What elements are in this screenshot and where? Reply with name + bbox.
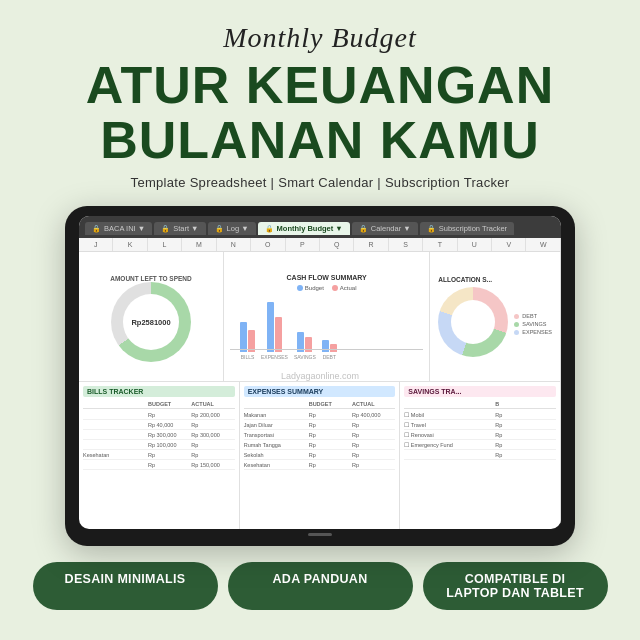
bar-label-debt: DEBT bbox=[323, 354, 336, 360]
legend-actual: Actual bbox=[332, 285, 357, 291]
bills-tracker-panel: BILLS TRACKER BUDGET ACTUAL Rp Rp 200,00… bbox=[79, 382, 240, 529]
badge-desain[interactable]: DESAIN MINIMALIS bbox=[33, 562, 218, 610]
bar-expenses-actual bbox=[275, 317, 282, 352]
alloc-dot-expenses bbox=[514, 330, 519, 335]
savings-table: B ☐ Mobil Rp ☐ Travel Rp ☐ Ren bbox=[404, 400, 556, 460]
bottom-panels: BILLS TRACKER BUDGET ACTUAL Rp Rp 200,00… bbox=[79, 382, 561, 529]
amount-donut: Rp2581000 bbox=[111, 282, 191, 362]
legend-actual-dot bbox=[332, 285, 338, 291]
bills-tracker-title: BILLS TRACKER bbox=[83, 386, 235, 397]
sav-row-5: Rp bbox=[404, 450, 556, 460]
alloc-row-savings: SAVINGS bbox=[514, 321, 552, 327]
watermark: Ladyagaonline.com bbox=[281, 371, 359, 381]
subtitle: Template Spreadsheet | Smart Calendar | … bbox=[131, 175, 510, 190]
cashflow-legend: Budget Actual bbox=[297, 285, 357, 291]
savings-title: SAVINGS TRA... bbox=[404, 386, 556, 397]
legend-budget: Budget bbox=[297, 285, 324, 291]
bills-row-4: Rp 100,000 Rp bbox=[83, 440, 235, 450]
bar-label-bills: BILLS bbox=[241, 354, 255, 360]
exp-row-2: Jajan Diluar Rp Rp bbox=[244, 420, 396, 430]
allocation-panel: ALLOCATION S... DEBT bbox=[430, 252, 561, 381]
alloc-row-expenses: EXPENSES bbox=[514, 329, 552, 335]
amount-label: AMOUNT LEFT TO SPEND bbox=[110, 275, 192, 282]
bar-group-expenses: EXPENSES bbox=[261, 302, 288, 360]
sav-row-3: ☐ Renovasi Rp bbox=[404, 430, 556, 440]
alloc-row-debt: DEBT bbox=[514, 313, 552, 319]
amount-panel: AMOUNT LEFT TO SPEND Rp2581000 bbox=[79, 252, 224, 381]
bills-row-5: Kesehatan Rp Rp bbox=[83, 450, 235, 460]
allocation-title: ALLOCATION S... bbox=[438, 276, 492, 283]
bills-row-2: Rp 40,000 Rp bbox=[83, 420, 235, 430]
col-headers: J K L M N O P Q R S T U V W bbox=[79, 238, 561, 252]
tab-log[interactable]: 🔒Log ▼ bbox=[208, 222, 256, 235]
bar-label-expenses: EXPENSES bbox=[261, 354, 288, 360]
tab-start[interactable]: 🔒Start ▼ bbox=[154, 222, 205, 235]
exp-row-6: Kesehatan Rp Rp bbox=[244, 460, 396, 470]
exp-row-1: Makanan Rp Rp 400,000 bbox=[244, 410, 396, 420]
bar-expenses-budget bbox=[267, 302, 274, 352]
expenses-thead: BUDGET ACTUAL bbox=[244, 400, 396, 409]
tablet-screen: 🔒BACA INI ▼ 🔒Start ▼ 🔒Log ▼ 🔒Monthly Bud… bbox=[79, 216, 561, 529]
amount-value: Rp2581000 bbox=[131, 318, 170, 327]
exp-row-3: Transportasi Rp Rp bbox=[244, 430, 396, 440]
exp-row-5: Sekolah Rp Rp bbox=[244, 450, 396, 460]
expenses-table: BUDGET ACTUAL Makanan Rp Rp 400,000 Jaja… bbox=[244, 400, 396, 470]
sav-row-4: ☐ Emergency Fund Rp bbox=[404, 440, 556, 450]
legend-budget-dot bbox=[297, 285, 303, 291]
bills-row-1: Rp Rp 200,000 bbox=[83, 410, 235, 420]
cashflow-panel: CASH FLOW SUMMARY Budget Actual bbox=[224, 252, 430, 381]
bar-group-savings: SAVINGS bbox=[294, 332, 316, 360]
top-panels: AMOUNT LEFT TO SPEND Rp2581000 CASH FLOW… bbox=[79, 252, 561, 382]
alloc-dot-savings bbox=[514, 322, 519, 327]
bar-group-debt: DEBT bbox=[322, 340, 337, 360]
bills-table: BUDGET ACTUAL Rp Rp 200,000 Rp 40,000 bbox=[83, 400, 235, 470]
spreadsheet-tabs: 🔒BACA INI ▼ 🔒Start ▼ 🔒Log ▼ 🔒Monthly Bud… bbox=[79, 216, 561, 238]
expenses-title: EXPENSES SUMMARY bbox=[244, 386, 396, 397]
bills-row-3: Rp 300,000 Rp 300,000 bbox=[83, 430, 235, 440]
tablet-device: 🔒BACA INI ▼ 🔒Start ▼ 🔒Log ▼ 🔒Monthly Bud… bbox=[65, 206, 575, 546]
bar-debt-actual bbox=[330, 344, 337, 352]
bar-debt-budget bbox=[322, 340, 329, 352]
bar-group-bills: BILLS bbox=[240, 322, 255, 360]
alloc-donut-inner bbox=[451, 300, 495, 344]
bills-row-6: Rp Rp 150,000 bbox=[83, 460, 235, 470]
sav-row-1: ☐ Mobil Rp bbox=[404, 410, 556, 420]
bills-thead: BUDGET ACTUAL bbox=[83, 400, 235, 409]
spreadsheet-content: AMOUNT LEFT TO SPEND Rp2581000 CASH FLOW… bbox=[79, 252, 561, 529]
bar-label-savings: SAVINGS bbox=[294, 354, 316, 360]
cashflow-title: CASH FLOW SUMMARY bbox=[287, 274, 367, 281]
savings-thead: B bbox=[404, 400, 556, 409]
bar-chart: BILLS EXPENSES bbox=[230, 295, 423, 360]
badge-compatible[interactable]: COMPATIBLE DI LAPTOP DAN TABLET bbox=[423, 562, 608, 610]
tab-subscription[interactable]: 🔒Subscription Tracker bbox=[420, 222, 514, 235]
donut-inner: Rp2581000 bbox=[123, 294, 179, 350]
main-title: ATUR KEUANGAN BULANAN KAMU bbox=[86, 58, 554, 167]
expenses-panel: EXPENSES SUMMARY BUDGET ACTUAL Makanan R… bbox=[240, 382, 401, 529]
tab-calendar[interactable]: 🔒Calendar ▼ bbox=[352, 222, 418, 235]
tab-monthly-budget[interactable]: 🔒Monthly Budget ▼ bbox=[258, 222, 350, 235]
tablet-home-bar bbox=[79, 529, 561, 536]
allocation-donut bbox=[438, 287, 508, 357]
badge-panduan[interactable]: ADA PANDUAN bbox=[228, 562, 413, 610]
alloc-dot-debt bbox=[514, 314, 519, 319]
script-title: Monthly Budget bbox=[223, 22, 417, 54]
exp-row-4: Rumah Tangga Rp Rp bbox=[244, 440, 396, 450]
alloc-labels: DEBT SAVINGS EXPENSES bbox=[514, 313, 552, 335]
savings-panel: SAVINGS TRA... B ☐ Mobil Rp ☐ T bbox=[400, 382, 561, 529]
bar-bills-budget bbox=[240, 322, 247, 352]
x-axis bbox=[230, 349, 423, 350]
home-bar-indicator bbox=[308, 533, 332, 536]
sav-row-2: ☐ Travel Rp bbox=[404, 420, 556, 430]
bottom-badges: DESAIN MINIMALIS ADA PANDUAN COMPATIBLE … bbox=[30, 562, 610, 610]
main-container: Monthly Budget ATUR KEUANGAN BULANAN KAM… bbox=[0, 0, 640, 640]
tab-baca[interactable]: 🔒BACA INI ▼ bbox=[85, 222, 152, 235]
